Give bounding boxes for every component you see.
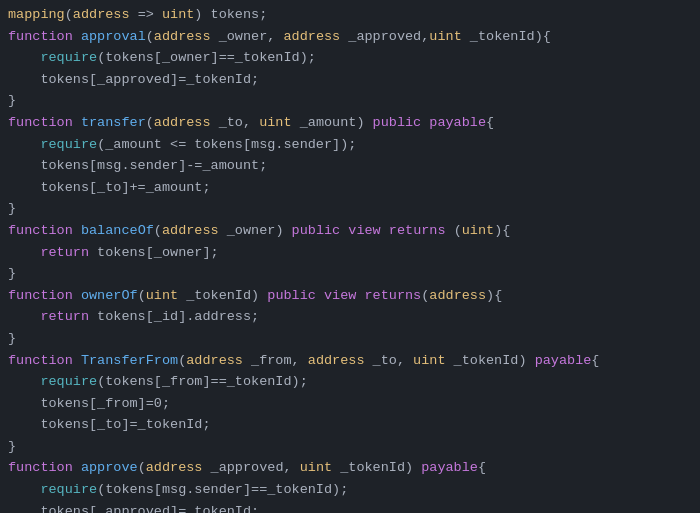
code-line: tokens[_approved]=_tokenId; — [0, 501, 700, 513]
type-token: address — [154, 29, 211, 44]
kw-token: view — [324, 288, 356, 303]
plain-token: _owner) — [219, 223, 292, 238]
code-line: tokens[msg.sender]-=_amount; — [0, 155, 700, 177]
kw-token: function — [8, 29, 73, 44]
plain-token: { — [486, 115, 494, 130]
plain-token — [8, 137, 40, 152]
type-token: address — [429, 288, 486, 303]
fn-token: ownerOf — [81, 288, 138, 303]
plain-token: ( — [146, 115, 154, 130]
plain-token: _approved, — [340, 29, 429, 44]
code-line: require(_amount <= tokens[msg.sender]); — [0, 134, 700, 156]
kw-token: returns — [365, 288, 422, 303]
plain-token: tokens[_to]=_tokenId; — [8, 417, 211, 432]
plain-token: ) tokens; — [194, 7, 267, 22]
plain-token: ( — [65, 7, 73, 22]
plain-token: (_amount <= tokens[msg.sender]); — [97, 137, 356, 152]
fn-token: TransferFrom — [81, 353, 178, 368]
kw-token: view — [348, 223, 380, 238]
type-token: uint — [259, 115, 291, 130]
plain-token: _tokenId) — [178, 288, 267, 303]
plain-token: } — [8, 93, 16, 108]
plain-token: ( — [138, 460, 146, 475]
code-line: } — [0, 198, 700, 220]
plain-token: ){ — [486, 288, 502, 303]
code-line: tokens[_to]+=_amount; — [0, 177, 700, 199]
plain-token: } — [8, 439, 16, 454]
builtin-token: require — [40, 137, 97, 152]
plain-token: } — [8, 201, 16, 216]
type-token: address — [73, 7, 130, 22]
type-token: address — [283, 29, 340, 44]
plain-token — [8, 482, 40, 497]
plain-token — [73, 29, 81, 44]
plain-token — [8, 50, 40, 65]
plain-token: _owner, — [211, 29, 284, 44]
kw-token: public — [373, 115, 422, 130]
plain-token: } — [8, 266, 16, 281]
plain-token: ( — [446, 223, 462, 238]
code-line: } — [0, 263, 700, 285]
plain-token — [73, 353, 81, 368]
code-line: tokens[_approved]=_tokenId; — [0, 69, 700, 91]
type-token: address — [186, 353, 243, 368]
plain-token — [73, 288, 81, 303]
code-line: return tokens[_owner]; — [0, 242, 700, 264]
fn-token: balanceOf — [81, 223, 154, 238]
type-token: address — [162, 223, 219, 238]
plain-token: _to, — [211, 115, 260, 130]
type-token: uint — [300, 460, 332, 475]
plain-token — [356, 288, 364, 303]
plain-token: (tokens[_owner]==_tokenId); — [97, 50, 316, 65]
code-line: return tokens[_id].address; — [0, 306, 700, 328]
kw-token: return — [40, 245, 89, 260]
kw-token: payable — [429, 115, 486, 130]
type-token: address — [154, 115, 211, 130]
code-line: require(tokens[_owner]==_tokenId); — [0, 47, 700, 69]
code-line: require(tokens[msg.sender]==_tokenId); — [0, 479, 700, 501]
plain-token: ( — [154, 223, 162, 238]
plain-token — [73, 115, 81, 130]
plain-token: _approved, — [202, 460, 299, 475]
code-line: tokens[_to]=_tokenId; — [0, 414, 700, 436]
kw-token: returns — [389, 223, 446, 238]
plain-token: _tokenId) — [446, 353, 535, 368]
plain-token: { — [478, 460, 486, 475]
plain-token: (tokens[msg.sender]==_tokenId); — [97, 482, 348, 497]
code-line: } — [0, 436, 700, 458]
kw-token: payable — [421, 460, 478, 475]
code-line: mapping(address => uint) tokens; — [0, 4, 700, 26]
kw-token: function — [8, 115, 73, 130]
code-line: } — [0, 328, 700, 350]
plain-token: tokens[_to]+=_amount; — [8, 180, 211, 195]
code-line: function approve(address _approved, uint… — [0, 457, 700, 479]
code-line: function balanceOf(address _owner) publi… — [0, 220, 700, 242]
plain-token: tokens[_id].address; — [89, 309, 259, 324]
plain-token: tokens[_approved]=_tokenId; — [8, 504, 259, 513]
fn-token: approval — [81, 29, 146, 44]
plain-token: _tokenId) — [332, 460, 421, 475]
plain-token: tokens[_approved]=_tokenId; — [8, 72, 259, 87]
code-line: tokens[_from]=0; — [0, 393, 700, 415]
kw-token: function — [8, 353, 73, 368]
plain-token: (tokens[_from]==_tokenId); — [97, 374, 308, 389]
plain-token: _amount) — [292, 115, 373, 130]
plain-token: tokens[msg.sender]-=_amount; — [8, 158, 267, 173]
plain-token: ){ — [494, 223, 510, 238]
code-editor: mapping(address => uint) tokens;function… — [0, 0, 700, 513]
plain-token — [73, 460, 81, 475]
plain-token: => — [130, 7, 162, 22]
plain-token: _tokenId){ — [462, 29, 551, 44]
plain-token: _to, — [365, 353, 414, 368]
kw-token: payable — [535, 353, 592, 368]
type-token: uint — [162, 7, 194, 22]
kw-token: return — [40, 309, 89, 324]
code-line: function transfer(address _to, uint _amo… — [0, 112, 700, 134]
fn-token: transfer — [81, 115, 146, 130]
plain-token: tokens[_owner]; — [89, 245, 219, 260]
plain-token: { — [591, 353, 599, 368]
plain-token — [73, 223, 81, 238]
code-line: function ownerOf(uint _tokenId) public v… — [0, 285, 700, 307]
code-line: function approval(address _owner, addres… — [0, 26, 700, 48]
type-token: address — [308, 353, 365, 368]
